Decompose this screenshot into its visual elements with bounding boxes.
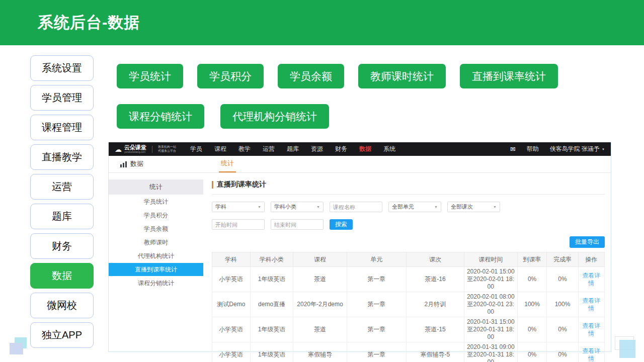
account-name: 侠客岛学院 张涵予 xyxy=(550,145,600,153)
select-subject[interactable]: 学科 ▼ xyxy=(212,202,265,212)
admin-side-menu: 统计 学员统计 学员积分 学员余额 教师课时 代理机构统计 直播到课率统计 课程… xyxy=(109,173,203,351)
logo-brand-text: 云朵课堂 xyxy=(124,145,146,150)
table-cell: 1年级英语 xyxy=(250,267,293,292)
logo: ☁ 云朵课堂 yunduoketang.com 教育机构一站 式服务云平台 xyxy=(115,145,176,153)
chip-course-distribution-stats[interactable]: 课程分销统计 xyxy=(117,104,204,129)
nav-item-question-bank[interactable]: 题库 xyxy=(287,145,299,153)
table-cell: 茶道 xyxy=(293,317,347,342)
chip-agency-distribution-stats[interactable]: 代理机构分销统计 xyxy=(220,104,329,129)
mail-icon[interactable]: ✉ xyxy=(510,145,516,153)
nav-item-system[interactable]: 系统 xyxy=(383,145,395,153)
sidebar-item-micro-school[interactable]: 微网校 xyxy=(30,293,94,318)
table-cell: 2月特训 xyxy=(407,292,464,317)
sidebar-item-course-management[interactable]: 课程管理 xyxy=(30,115,94,140)
side-menu-header: 统计 xyxy=(109,179,203,195)
chip-student-points[interactable]: 学员积分 xyxy=(197,64,264,88)
nav-item-data[interactable]: 数据 xyxy=(359,145,371,153)
table-cell: 查看详情 xyxy=(578,317,604,342)
nav-item-teaching[interactable]: 教学 xyxy=(238,145,251,153)
table-cell: 0% xyxy=(547,267,578,292)
select-unit[interactable]: 全部单元 ▼ xyxy=(388,202,441,212)
admin-nav-menu: 学员 课程 教学 运营 题库 资源 财务 数据 系统 xyxy=(190,145,395,153)
decoration-square-cyan-right xyxy=(619,340,635,358)
view-details-link[interactable]: 查看详情 xyxy=(582,322,600,337)
search-button[interactable]: 搜索 xyxy=(330,219,353,230)
table-cell: 2020-02-01 15:00至2020-02-01 18:00 xyxy=(464,267,517,292)
table-cell: 查看详情 xyxy=(578,292,604,317)
logo-domain-text: yunduoketang.com xyxy=(124,151,146,153)
subnav-item-student-balance[interactable]: 学员余额 xyxy=(109,222,203,235)
page: 系统后台-数据 系统设置 学员管理 课程管理 直播教学 运营 题库 财务 数据 … xyxy=(0,0,644,362)
tab-statistics[interactable]: 统计 xyxy=(219,155,236,172)
input-course-name[interactable] xyxy=(330,202,382,212)
subnav-item-agency-stats[interactable]: 代理机构统计 xyxy=(109,249,203,262)
sidebar-item-data[interactable]: 数据 xyxy=(30,263,94,289)
sidebar-item-operations[interactable]: 运营 xyxy=(30,174,94,200)
nav-item-students[interactable]: 学员 xyxy=(190,145,202,153)
sidebar-item-finance[interactable]: 财务 xyxy=(30,233,94,259)
chip-live-attendance-stats[interactable]: 直播到课率统计 xyxy=(460,64,558,88)
table-cell: 茶道 xyxy=(293,267,347,292)
subnav-item-course-distribution-stats[interactable]: 课程分销统计 xyxy=(109,277,203,290)
chip-student-stats[interactable]: 学员统计 xyxy=(117,64,183,88)
admin-screenshot-window: ☁ 云朵课堂 yunduoketang.com 教育机构一站 式服务云平台 学员… xyxy=(108,142,611,352)
bar-chart-icon xyxy=(120,161,127,167)
page-header: 系统后台-数据 xyxy=(0,0,644,45)
nav-item-operations[interactable]: 运营 xyxy=(263,145,275,153)
filter-row-2: 搜索 xyxy=(212,219,605,230)
table-cell: 寒假辅导-5 xyxy=(407,342,464,362)
sidebar-item-live-teaching[interactable]: 直播教学 xyxy=(30,144,94,170)
table-cell: 查看详情 xyxy=(578,267,604,292)
nav-item-resources[interactable]: 资源 xyxy=(311,145,323,153)
filter-row-1: 学科 ▼ 学科小类 ▼ 全部单元 ▼ 全部课次 ▼ xyxy=(212,202,605,212)
cloud-logo-icon: ☁ xyxy=(115,146,122,153)
view-details-link[interactable]: 查看详情 xyxy=(582,297,600,312)
col-header: 学科 xyxy=(212,252,251,267)
caret-down-icon: ▼ xyxy=(602,148,605,151)
col-header: 操作 xyxy=(578,252,604,267)
table-cell: 第一章 xyxy=(347,267,407,292)
sidebar-item-question-bank[interactable]: 题库 xyxy=(30,204,94,229)
quick-buttons-row-2: 课程分销统计 代理机构分销统计 xyxy=(117,104,558,129)
sidebar-item-student-management[interactable]: 学员管理 xyxy=(30,85,94,111)
quick-buttons: 学员统计 学员积分 学员余额 教师课时统计 直播到课率统计 课程分销统计 代理机… xyxy=(117,64,558,129)
select-lesson[interactable]: 全部课次 ▼ xyxy=(447,202,500,212)
view-details-link[interactable]: 查看详情 xyxy=(582,272,600,287)
table-cell: 0% xyxy=(517,342,547,362)
col-header: 学科小类 xyxy=(250,252,293,267)
decoration-square-lavender-left xyxy=(10,343,23,354)
table-cell: 小学英语 xyxy=(212,267,251,292)
chip-teacher-hours-stats[interactable]: 教师课时统计 xyxy=(358,64,446,88)
account-menu[interactable]: 侠客岛学院 张涵予 ▼ xyxy=(550,145,605,153)
col-header: 课程时间 xyxy=(464,252,517,267)
table-cell: 2020-01-31 09:00至2020-01-31 18:00 xyxy=(464,342,517,362)
table-cell: 100% xyxy=(547,292,578,317)
module-label-group: 数据 xyxy=(109,155,143,172)
table-cell: 茶道-15 xyxy=(407,317,464,342)
admin-nav-right: ✉ 帮助 侠客岛学院 张涵予 ▼ xyxy=(510,145,605,153)
subnav-item-student-stats[interactable]: 学员统计 xyxy=(109,195,203,208)
admin-top-navbar: ☁ 云朵课堂 yunduoketang.com 教育机构一站 式服务云平台 学员… xyxy=(109,142,611,156)
table-cell: demo直播 xyxy=(250,292,293,317)
nav-item-courses[interactable]: 课程 xyxy=(214,145,226,153)
batch-export-button[interactable]: 批量导出 xyxy=(570,236,605,248)
subnav-item-student-points[interactable]: 学员积分 xyxy=(109,209,203,222)
select-subject-subcategory[interactable]: 学科小类 ▼ xyxy=(271,202,324,212)
subnav-item-teacher-hours[interactable]: 教师课时 xyxy=(109,236,203,249)
help-link[interactable]: 帮助 xyxy=(527,145,539,153)
table-row: 小学英语 1年级英语 茶道 第一章 茶道-15 2020-01-31 15:00… xyxy=(212,317,605,342)
sidebar-item-system-settings[interactable]: 系统设置 xyxy=(30,55,94,81)
admin-body: 统计 学员统计 学员积分 学员余额 教师课时 代理机构统计 直播到课率统计 课程… xyxy=(109,173,611,351)
input-end-time[interactable] xyxy=(271,219,324,230)
table-cell: 2020年-2月demo xyxy=(293,292,347,317)
view-details-link[interactable]: 查看详情 xyxy=(582,347,600,362)
input-start-time[interactable] xyxy=(212,219,265,230)
table-cell: 0% xyxy=(547,342,578,362)
table-cell: 小学英语 xyxy=(212,342,251,362)
chip-student-balance[interactable]: 学员余额 xyxy=(278,64,344,88)
subnav-item-live-attendance-stats[interactable]: 直播到课率统计 xyxy=(109,263,203,276)
nav-item-finance[interactable]: 财务 xyxy=(335,145,347,153)
sidebar-item-standalone-app[interactable]: 独立APP xyxy=(30,322,94,348)
table-cell: 测试Demo xyxy=(212,292,251,317)
attendance-table: 学科 学科小类 课程 单元 课次 课程时间 到课率 完成率 操作 xyxy=(212,252,605,362)
